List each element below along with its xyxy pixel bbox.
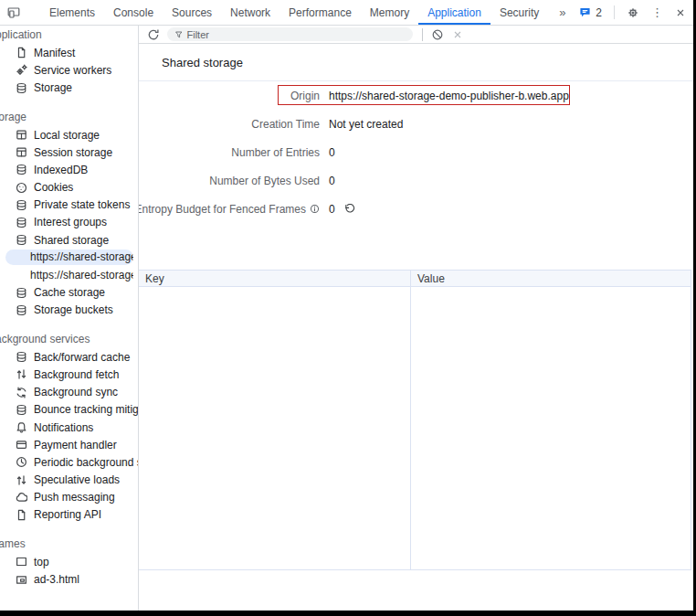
delete-selected-button[interactable] [452,29,463,40]
field-row-number-of-entries: Number of Entries0 [139,138,693,166]
field-value: 0 [329,203,693,216]
sidebar-item-local-storage[interactable]: Local storage [0,126,138,143]
sidebar-item-shared-storage[interactable]: Shared storage [0,231,138,249]
tab-performance[interactable]: Performance [279,0,361,25]
sidebar-item-label: Periodic background s… [34,456,139,469]
sidebar-item-label: IndexedDB [34,164,88,176]
filter-input[interactable] [186,29,406,40]
sidebar-item-reporting-api[interactable]: Reporting API [0,506,138,524]
tab-network[interactable]: Network [221,0,279,25]
field-row-origin: Originhttps://shared-storage-demo-publis… [139,81,693,110]
sidebar-item-ad-3-html[interactable]: ad-3.html [0,570,138,588]
section-title-frames: Frames [0,536,138,553]
key-column [139,287,410,569]
entries-table-body [139,287,691,570]
file-icon [14,47,28,59]
sidebar-item-label: Shared storage [34,234,109,247]
tab-memory[interactable]: Memory [361,0,418,25]
field-label-text: Number of Entries [231,146,320,159]
field-label-text: Origin [290,90,320,102]
filter-field [167,27,413,41]
sidebar-item-service-workers[interactable]: Service workers [0,61,138,79]
field-value-text: 0 [329,175,335,187]
sidebar-section-storage: StorageLocal storageSession storageIndex… [0,109,138,319]
sidebar-item-periodic-background-s[interactable]: Periodic background s… [0,453,138,471]
field-label-text: Creation Time [251,118,320,131]
reset-budget-button[interactable] [344,204,355,215]
kebab-menu-button[interactable]: ⋮ [651,6,663,18]
sidebar-item-top[interactable]: top [0,553,138,570]
sidebar-item-storage[interactable]: Storage [0,80,138,97]
sidebar-item-label: top [34,556,49,568]
sidebar-item-cookies[interactable]: Cookies [0,179,138,196]
info-icon[interactable] [310,204,320,214]
sidebar-item-label: ad-3.html [34,573,79,586]
field-row-entropy-budget-for-fenced-frames: Entropy Budget for Fenced Frames0 [139,195,693,223]
field-value: https://shared-storage-demo-publisher-b.… [329,90,693,102]
sidebar-item-cache-storage[interactable]: Cache storage [0,284,138,302]
tab-security[interactable]: Security [490,0,548,25]
page-title: Shared storage [139,44,693,81]
field-row-creation-time: Creation TimeNot yet created [139,110,693,138]
shared-storage-report: Shared storage Originhttps://shared-stor… [139,44,693,611]
sidebar-item-background-sync[interactable]: Background sync [0,384,138,401]
sidebar-section-background-services: Background servicesBack/forward cacheBac… [0,331,138,524]
tab-elements[interactable]: Elements [40,0,104,25]
updown-arrows-icon [14,473,28,486]
sidebar-item-indexeddb[interactable]: IndexedDB [0,161,138,178]
gears-icon [14,64,28,77]
field-label: Creation Time [251,118,320,131]
sidebar-item-label: Back/forward cache [34,351,130,364]
database-icon [14,351,28,364]
sidebar-item-session-storage[interactable]: Session storage [0,143,138,161]
sidebar-item-label: Cache storage [34,286,105,299]
sidebar-item-label: Interest groups [34,216,107,228]
issues-button[interactable]: 2 [579,6,602,19]
clear-all-button[interactable] [431,28,444,41]
sidebar-item-payment-handler[interactable]: Payment handler [0,436,138,453]
table-icon [14,146,28,159]
field-value-text: 0 [329,203,335,216]
sidebar-item-private-state-tokens[interactable]: Private state tokens [0,196,138,214]
sidebar-item-label: Manifest [34,47,75,59]
sidebar-item-label: Storage buckets [34,303,113,316]
field-value: 0 [329,146,693,159]
sidebar-item-interest-groups[interactable]: Interest groups [0,214,138,231]
database-icon [14,198,28,211]
metadata-fields: Originhttps://shared-storage-demo-publis… [139,81,693,223]
sidebar-item-manifest[interactable]: Manifest [0,44,138,61]
sidebar-item-push-messaging[interactable]: Push messaging [0,489,138,506]
device-toolbar-icon [7,6,20,19]
section-title-storage: Storage [0,109,138,126]
devtools-tabbar: ElementsConsoleSourcesNetworkPerformance… [0,0,693,26]
tab-application[interactable]: Application [418,0,490,25]
close-icon [675,7,686,18]
tab-sources[interactable]: Sources [163,0,221,25]
sidebar-item-label: Speculative loads [34,473,120,486]
toggle-device-toolbar-button[interactable] [0,0,27,25]
panel-tabs: ElementsConsoleSourcesNetworkPerformance… [40,0,548,25]
sidebar-item-bounce-tracking-mitiga[interactable]: Bounce tracking mitiga… [0,401,138,419]
sidebar-subitem-https-shared-storage-d[interactable]: https://shared-storage-d… [0,249,138,266]
refresh-button[interactable] [147,28,160,41]
sidebar-item-back-forward-cache[interactable]: Back/forward cache [0,348,138,366]
field-value-text: Not yet created [329,118,403,131]
field-label-text: Entropy Budget for Fenced Frames [139,203,306,216]
settings-gear-button[interactable] [627,6,639,19]
close-devtools-button[interactable] [675,7,686,18]
tabbar-right-actions: 2 ⋮ [579,0,686,25]
tab-console[interactable]: Console [104,0,163,25]
panel-toolbar [139,26,693,44]
field-label: Number of Entries [231,146,320,159]
subitem-label: https://shared-storage-d… [5,268,133,283]
sidebar-item-storage-buckets[interactable]: Storage buckets [0,302,138,319]
sidebar-subitem-https-shared-storage-d[interactable]: https://shared-storage-d… [0,266,138,283]
column-header-key: Key [139,271,410,286]
refresh-icon [147,28,160,41]
sidebar-item-notifications[interactable]: Notifications [0,419,138,436]
sidebar-item-background-fetch[interactable]: Background fetch [0,366,138,383]
field-row-number-of-bytes-used: Number of Bytes Used0 [139,166,693,195]
gear-icon [627,6,639,19]
more-tabs-button[interactable]: » [548,0,576,25]
sidebar-item-speculative-loads[interactable]: Speculative loads [0,472,138,489]
